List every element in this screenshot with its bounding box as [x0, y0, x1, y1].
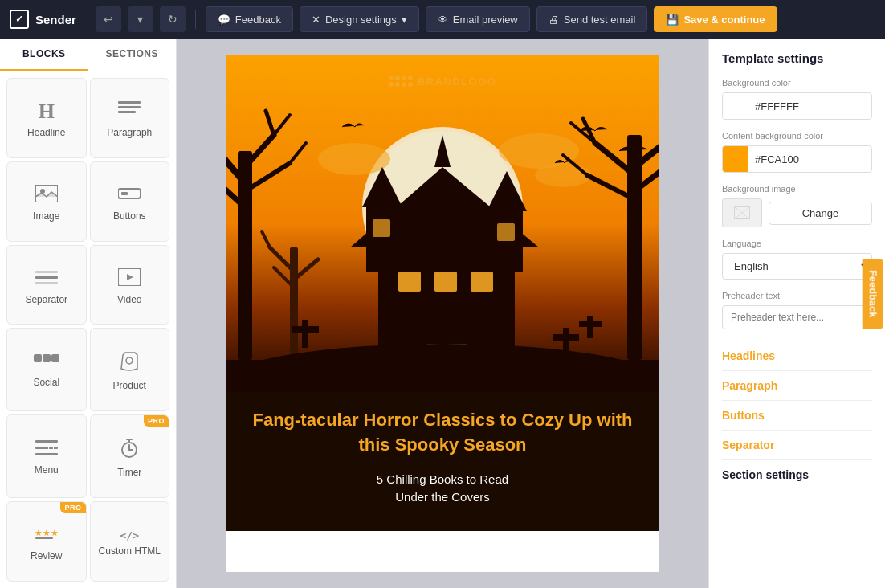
section-paragraph[interactable]: Paragraph	[722, 370, 872, 400]
block-custom-html-label: Custom HTML	[99, 545, 161, 557]
bg-image-row: Change	[722, 198, 872, 227]
block-custom-html[interactable]: </> Custom HTML	[90, 501, 170, 582]
block-product[interactable]: Product	[90, 328, 170, 411]
svg-rect-65	[434, 272, 457, 292]
headline-icon: H	[39, 101, 55, 122]
feedback-label: Feedback	[235, 14, 281, 26]
nav-divider	[195, 10, 196, 29]
svg-point-30	[318, 143, 390, 175]
review-icon: ★★★	[35, 525, 59, 545]
undo-button[interactable]: ↩	[96, 6, 121, 32]
svg-rect-61	[491, 211, 523, 272]
svg-rect-68	[373, 219, 390, 237]
right-sidebar: Template settings Background color Conte…	[708, 39, 885, 588]
content-bg-input-row	[722, 145, 872, 173]
brand-name: Sender	[35, 13, 76, 27]
svg-rect-16	[35, 440, 58, 443]
block-social[interactable]: Social	[6, 328, 87, 411]
svg-rect-66	[471, 272, 493, 292]
feedback-tab[interactable]: Feedback	[862, 259, 883, 329]
product-icon	[119, 351, 140, 375]
tab-blocks[interactable]: BLOCKS	[0, 39, 88, 71]
preheader-input[interactable]	[722, 305, 872, 329]
tab-sections[interactable]: SECTIONS	[88, 39, 177, 71]
design-settings-button[interactable]: ✕ Design settings ▾	[300, 6, 419, 32]
email-brand-logo: BRANDLOGO	[389, 76, 497, 88]
svg-rect-64	[398, 272, 421, 292]
svg-point-32	[535, 163, 591, 187]
svg-rect-1	[118, 106, 141, 108]
section-headlines[interactable]: Headlines	[722, 341, 872, 370]
halloween-subtitle: 5 Chilling Books to Read Under the Cover…	[250, 471, 635, 507]
dropdown-button[interactable]: ▾	[128, 6, 153, 32]
buttons-icon	[118, 185, 141, 206]
save-continue-button[interactable]: 💾 Save & continue	[654, 6, 777, 32]
settings-title: Template settings	[722, 51, 872, 65]
custom-html-icon: </>	[120, 530, 139, 541]
paragraph-icon	[118, 101, 141, 122]
change-bg-image-button[interactable]: Change	[769, 202, 872, 225]
language-select[interactable]: English French German Spanish	[722, 253, 872, 280]
subtitle-line2: Under the Covers	[395, 490, 490, 504]
block-paragraph[interactable]: Paragraph	[90, 78, 170, 158]
send-test-button[interactable]: 🖨 Send test email	[536, 6, 648, 32]
block-timer[interactable]: PRO Timer	[90, 414, 170, 498]
svg-rect-2	[118, 111, 136, 113]
email-brand-area: BRANDLOGO	[226, 55, 659, 94]
bg-image-label: Background image	[722, 184, 872, 194]
bg-image-preview	[722, 198, 762, 227]
halloween-headline: Fang-tacular Horror Classics to Cozy Up …	[250, 408, 635, 458]
block-separator[interactable]: Separator	[6, 245, 87, 325]
feedback-button[interactable]: 💬 Feedback	[206, 6, 293, 32]
svg-rect-71	[292, 326, 319, 333]
block-menu[interactable]: Menu	[6, 414, 87, 498]
svg-point-15	[126, 357, 133, 364]
halloween-scene-svg	[226, 87, 659, 392]
subtitle-line1: 5 Chilling Books to Read	[377, 472, 508, 486]
redo-button[interactable]: ↻	[160, 6, 186, 32]
svg-rect-69	[497, 223, 515, 241]
bg-color-input-row	[722, 92, 872, 120]
svg-rect-75	[579, 321, 602, 327]
send-test-label: Send test email	[564, 14, 636, 26]
send-test-icon: 🖨	[549, 14, 559, 26]
block-image[interactable]: Image	[6, 161, 87, 242]
content-bg-value[interactable]	[748, 153, 872, 165]
content-bg-swatch[interactable]	[723, 146, 748, 172]
svg-line-40	[290, 143, 306, 163]
feedback-icon: 💬	[218, 14, 230, 26]
svg-rect-13	[43, 354, 51, 362]
svg-rect-8	[35, 276, 58, 279]
top-navigation: Sender ↩ ▾ ↻ 💬 Feedback ✕ Design setting…	[0, 0, 885, 39]
block-review[interactable]: PRO ★★★ Review	[6, 501, 87, 582]
separator-icon	[35, 268, 58, 289]
svg-text:★★★: ★★★	[35, 528, 59, 537]
language-label: Language	[722, 239, 872, 248]
svg-rect-73	[553, 334, 579, 341]
left-sidebar: BLOCKS SECTIONS H Headline Paragraph Ima…	[0, 39, 177, 588]
svg-rect-59	[366, 207, 398, 272]
video-icon	[118, 268, 141, 289]
block-social-label: Social	[33, 377, 59, 388]
main-layout: BLOCKS SECTIONS H Headline Paragraph Ima…	[0, 39, 885, 588]
svg-rect-27	[35, 537, 53, 539]
bg-color-swatch[interactable]	[723, 93, 748, 119]
section-settings[interactable]: Section settings	[722, 459, 872, 489]
section-separator[interactable]: Separator	[722, 430, 872, 459]
svg-line-56	[262, 231, 270, 247]
block-video[interactable]: Video	[90, 245, 170, 325]
bg-color-value[interactable]	[748, 100, 872, 112]
block-buttons-label: Buttons	[113, 210, 146, 222]
save-label: Save & continue	[683, 14, 765, 26]
svg-marker-11	[127, 274, 133, 280]
blocks-grid: H Headline Paragraph Image Buttons	[0, 71, 176, 588]
bg-color-label: Background color	[722, 78, 872, 88]
image-icon	[35, 185, 58, 206]
block-headline[interactable]: H Headline	[6, 78, 87, 158]
block-buttons[interactable]: Buttons	[90, 161, 170, 242]
section-buttons[interactable]: Buttons	[722, 400, 872, 430]
logo-dot-grid	[389, 76, 413, 87]
svg-rect-12	[34, 354, 42, 362]
svg-rect-77	[226, 360, 659, 392]
email-preview-button[interactable]: 👁 Email preview	[426, 6, 530, 32]
